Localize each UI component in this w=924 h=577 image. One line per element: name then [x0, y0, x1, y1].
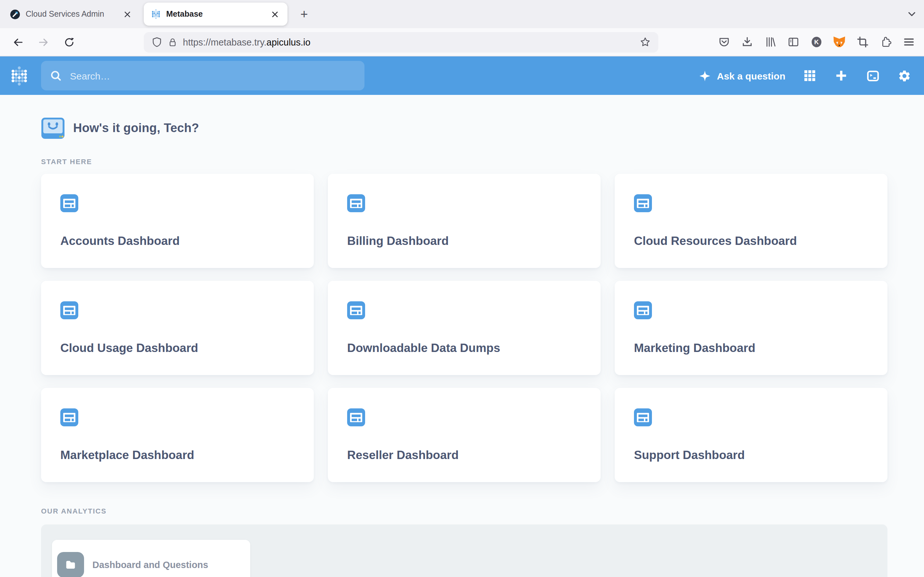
dashboard-icon	[634, 194, 652, 212]
tab-close-icon[interactable]	[270, 9, 280, 19]
search-bar[interactable]	[41, 61, 365, 90]
card-title: Cloud Resources Dashboard	[634, 234, 797, 248]
metamask-fox-icon[interactable]	[832, 34, 847, 50]
navigation-toolbar: https://metabase.try.apiculus.io K	[0, 28, 924, 56]
dashboard-card-cloud-resources[interactable]: Cloud Resources Dashboard	[615, 174, 887, 268]
folder-tile	[57, 552, 84, 577]
home-page: How's it going, Tech? START HERE Account…	[0, 95, 887, 577]
tab-bar: Cloud Services Admin Metabase +	[0, 0, 924, 28]
back-button[interactable]	[8, 32, 28, 52]
card-title: Support Dashboard	[634, 448, 745, 462]
screenshot-crop-icon[interactable]	[855, 34, 870, 50]
greeting: How's it going, Tech?	[41, 95, 887, 139]
dashboard-card-billing[interactable]: Billing Dashboard	[328, 174, 601, 268]
url-text: https://metabase.try.apiculus.io	[183, 37, 310, 47]
bookmark-star-icon[interactable]	[640, 37, 651, 47]
toolbar-extensions-area: K	[716, 34, 916, 50]
dashboard-icon	[347, 408, 365, 426]
card-title: Marketplace Dashboard	[60, 448, 194, 462]
new-plus-icon[interactable]	[834, 69, 848, 83]
card-title: Downloadable Data Dumps	[347, 341, 500, 355]
header-actions: Ask a question	[699, 69, 924, 83]
dashboard-icon	[347, 194, 365, 212]
forward-button[interactable]	[33, 32, 54, 52]
metabase-logo[interactable]	[10, 66, 28, 85]
metabase-favicon	[152, 9, 160, 19]
folder-icon	[65, 559, 76, 571]
greeting-title: How's it going, Tech?	[73, 121, 199, 135]
pocket-icon[interactable]	[716, 34, 732, 50]
start-here-grid: Accounts Dashboard Billing Dashboard Clo…	[41, 174, 887, 482]
search-input[interactable]	[69, 69, 355, 82]
apiculus-favicon	[10, 9, 20, 19]
kagi-extension-icon[interactable]: K	[809, 34, 824, 50]
tab-cloud-services-admin[interactable]: Cloud Services Admin	[4, 0, 139, 28]
svg-text:K: K	[814, 39, 819, 45]
browse-grid-icon[interactable]	[803, 69, 817, 83]
dashboard-icon	[347, 301, 365, 319]
dashboard-card-marketplace[interactable]: Marketplace Dashboard	[41, 388, 314, 482]
settings-gear-icon[interactable]	[897, 69, 911, 83]
collection-item-dashboard-and-questions[interactable]: Dashboard and Questions	[52, 540, 250, 577]
metabot-face-icon	[41, 117, 65, 139]
sparkle-icon	[699, 69, 711, 82]
dashboard-card-marketing[interactable]: Marketing Dashboard	[615, 281, 887, 375]
search-icon	[50, 69, 62, 82]
screen: Cloud Services Admin Metabase +	[0, 0, 924, 577]
dashboard-card-accounts[interactable]: Accounts Dashboard	[41, 174, 314, 268]
card-title: Cloud Usage Dashboard	[60, 341, 198, 355]
dashboard-icon	[634, 301, 652, 319]
downloads-icon[interactable]	[739, 34, 754, 50]
tab-metabase[interactable]: Metabase	[144, 3, 288, 26]
section-label-our-analytics: OUR ANALYTICS	[41, 507, 887, 515]
hamburger-menu-icon[interactable]	[901, 34, 916, 50]
tab-title: Cloud Services Admin	[26, 10, 116, 19]
card-title: Accounts Dashboard	[60, 234, 180, 248]
tracking-protection-shield-icon[interactable]	[152, 37, 162, 47]
dashboard-card-reseller[interactable]: Reseller Dashboard	[328, 388, 601, 482]
browser-window: Cloud Services Admin Metabase +	[0, 0, 924, 577]
card-title: Marketing Dashboard	[634, 341, 755, 355]
ask-a-question-button[interactable]: Ask a question	[699, 69, 785, 82]
url-bar[interactable]: https://metabase.try.apiculus.io	[144, 32, 658, 52]
metabase-header: Ask a question	[0, 56, 924, 95]
sql-editor-icon[interactable]	[866, 69, 880, 83]
dashboard-icon	[60, 301, 78, 319]
lock-icon[interactable]	[168, 37, 178, 47]
dashboard-card-cloud-usage[interactable]: Cloud Usage Dashboard	[41, 281, 314, 375]
tab-close-icon[interactable]	[122, 9, 132, 19]
dashboard-icon	[634, 408, 652, 426]
collection-label: Dashboard and Questions	[92, 560, 208, 570]
extensions-puzzle-icon[interactable]	[878, 34, 893, 50]
card-title: Billing Dashboard	[347, 234, 449, 248]
section-label-start-here: START HERE	[41, 158, 887, 165]
ask-a-question-label: Ask a question	[717, 70, 785, 81]
dashboard-card-downloadable-data-dumps[interactable]: Downloadable Data Dumps	[328, 281, 601, 375]
dashboard-icon	[60, 194, 78, 212]
card-title: Reseller Dashboard	[347, 448, 459, 462]
list-all-tabs-chevron-icon[interactable]	[906, 8, 918, 20]
dashboard-icon	[60, 408, 78, 426]
our-analytics-panel: Dashboard and Questions	[41, 524, 887, 577]
dashboard-card-support[interactable]: Support Dashboard	[615, 388, 887, 482]
library-icon[interactable]	[762, 34, 778, 50]
tab-title: Metabase	[166, 10, 264, 19]
new-tab-button[interactable]: +	[295, 5, 313, 23]
reload-button[interactable]	[59, 32, 79, 52]
sidebar-toggle-icon[interactable]	[785, 34, 801, 50]
